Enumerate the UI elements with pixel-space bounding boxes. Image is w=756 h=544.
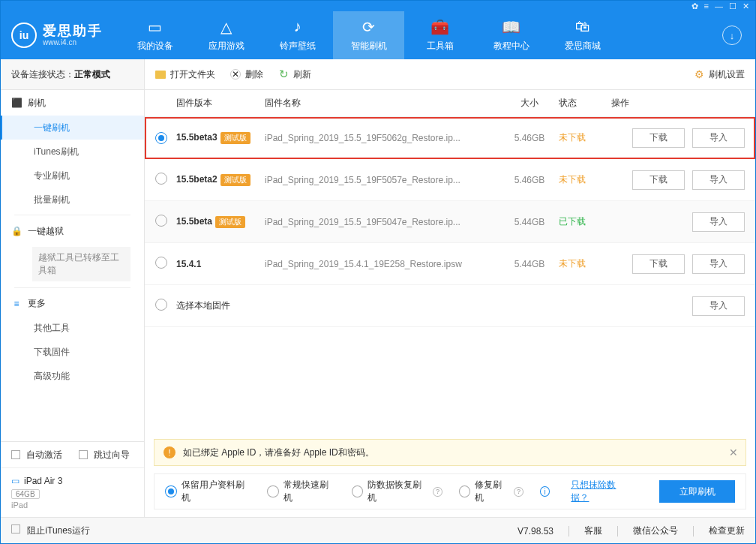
sidebar-section-head[interactable]: 🔒一键越狱 (1, 218, 144, 244)
nav-label: 教程中心 (494, 40, 530, 53)
flash-radio[interactable] (267, 485, 278, 497)
flash-option-label: 保留用户资料刷机 (182, 479, 251, 504)
firmware-name: iPad_Spring_2019_15.5_19F5062g_Restore.i… (265, 133, 460, 143)
col-version: 固件版本 (176, 97, 265, 110)
refresh-button[interactable]: ↻ 刷新 (278, 68, 311, 81)
gear-icon: ⚙ (694, 68, 704, 80)
footer: 阻止iTunes运行 V7.98.53 客服 微信公众号 检查更新 (1, 517, 755, 544)
device-block[interactable]: ▭ iPad Air 3 64GB iPad (1, 467, 144, 517)
help-icon[interactable]: ? (433, 487, 442, 497)
sidebar-item[interactable]: 下载固件 (1, 341, 144, 365)
flash-now-button[interactable]: 立即刷机 (659, 480, 735, 503)
sidebar-item[interactable]: 其他工具 (1, 317, 144, 341)
row-radio[interactable] (155, 215, 167, 227)
download-button[interactable]: 下载 (632, 128, 685, 148)
nav-item-0[interactable]: ▭我的设备 (119, 11, 190, 59)
sidebar-item[interactable]: iTunes刷机 (1, 140, 144, 164)
flash-option[interactable]: 修复刷机? (459, 479, 524, 504)
download-button[interactable]: 下载 (632, 170, 685, 190)
firmware-size: 5.46GB (514, 133, 545, 143)
nav-label: 铃声壁纸 (280, 40, 316, 53)
import-button[interactable]: 导入 (692, 170, 745, 190)
nav-label: 我的设备 (137, 40, 173, 53)
nav-item-4[interactable]: 🧰工具箱 (404, 11, 476, 59)
flash-option[interactable]: 保留用户资料刷机 (165, 479, 250, 504)
nav-item-1[interactable]: △应用游戏 (190, 11, 262, 59)
nav-icon: 🧰 (430, 19, 449, 35)
flash-radio[interactable] (352, 485, 363, 497)
flash-option[interactable]: 常规快速刷机 (267, 479, 335, 504)
table-row[interactable]: 15.5beta3测试版 iPad_Spring_2019_15.5_19F50… (145, 117, 755, 159)
firmware-status: 已下载 (559, 216, 586, 227)
header-download-button[interactable]: ↓ (715, 26, 749, 45)
firmware-name: iPad_Spring_2019_15.5_19F5047e_Restore.i… (265, 217, 460, 227)
nav-item-2[interactable]: ♪铃声壁纸 (262, 11, 333, 59)
check-update-link[interactable]: 检查更新 (709, 524, 745, 537)
table-row[interactable]: 15.5beta测试版 iPad_Spring_2019_15.5_19F504… (145, 201, 755, 243)
nav-icon: ⟳ (362, 19, 375, 35)
skip-guide-label: 跳过向导 (94, 449, 130, 461)
import-button[interactable]: 导入 (692, 128, 745, 148)
maximize-icon[interactable]: ☐ (729, 2, 736, 11)
erase-data-link[interactable]: 只想抹除数据？ (571, 479, 632, 504)
block-itunes-option[interactable]: 阻止iTunes运行 (11, 524, 90, 537)
device-name: ▭ iPad Air 3 (11, 476, 134, 486)
firmware-version: 15.5beta3 (176, 132, 218, 143)
menu-icon[interactable]: ≡ (704, 2, 709, 11)
flash-option-label: 防数据恢复刷机 (368, 479, 428, 504)
table-row[interactable]: 15.4.1 iPad_Spring_2019_15.4.1_19E258_Re… (145, 243, 755, 285)
settings-icon[interactable]: ✿ (692, 2, 698, 11)
device-type: iPad (11, 500, 134, 509)
sidebar-item[interactable]: 一键刷机 (1, 116, 144, 140)
sidebar: 设备连接状态： 正常模式 ⬛刷机一键刷机iTunes刷机专业刷机批量刷机🔒一键越… (1, 59, 145, 517)
folder-icon (155, 71, 166, 79)
sidebar-item[interactable]: 批量刷机 (1, 188, 144, 212)
wechat-link[interactable]: 微信公众号 (633, 524, 678, 537)
firmware-size: 5.44GB (514, 217, 545, 227)
flash-radio[interactable] (165, 485, 177, 497)
skip-guide-checkbox[interactable] (79, 450, 88, 459)
sidebar-section-head[interactable]: ⬛刷机 (1, 90, 144, 116)
nav-item-5[interactable]: 📖教程中心 (476, 11, 547, 59)
nav-icon: △ (220, 19, 232, 35)
table-row[interactable]: 选择本地固件 导入 (145, 285, 755, 327)
beta-badge: 测试版 (215, 216, 245, 228)
minimize-icon[interactable]: — (715, 2, 723, 11)
row-radio[interactable] (155, 299, 167, 311)
help-icon[interactable]: ? (514, 487, 524, 497)
sidebar-section-head[interactable]: ≡更多 (1, 291, 144, 317)
nav-item-6[interactable]: 🛍爱思商城 (547, 11, 618, 59)
flash-settings-button[interactable]: ⚙ 刷机设置 (694, 68, 745, 81)
flash-option[interactable]: 防数据恢复刷机? (352, 479, 442, 504)
close-icon[interactable]: ✕ (742, 2, 749, 11)
block-itunes-checkbox[interactable] (11, 524, 20, 533)
import-button[interactable]: 导入 (692, 212, 745, 232)
row-radio[interactable] (155, 173, 167, 185)
nav-label: 应用游戏 (208, 40, 244, 53)
table-row[interactable]: 15.5beta2测试版 iPad_Spring_2019_15.5_19F50… (145, 159, 755, 201)
open-folder-button[interactable]: 打开文件夹 (155, 68, 215, 81)
import-button[interactable]: 导入 (692, 254, 745, 274)
nav-label: 智能刷机 (351, 40, 387, 53)
row-radio[interactable] (155, 257, 167, 269)
close-notice-button[interactable]: ✕ (729, 446, 738, 458)
brand-sub: www.i4.cn (43, 39, 103, 47)
row-radio[interactable] (155, 132, 167, 144)
sidebar-item[interactable]: 专业刷机 (1, 164, 144, 188)
firmware-status: 未下载 (559, 174, 586, 185)
auto-activate-checkbox[interactable] (11, 450, 20, 459)
brand-name: 爱思助手 (43, 24, 103, 38)
import-button[interactable]: 导入 (692, 296, 745, 316)
flash-radio[interactable] (459, 485, 470, 497)
flash-option-label: 常规快速刷机 (284, 479, 335, 504)
nav-item-3[interactable]: ⟳智能刷机 (333, 11, 404, 59)
firmware-name: iPad_Spring_2019_15.5_19F5057e_Restore.i… (265, 175, 460, 185)
local-firmware-label: 选择本地固件 (176, 300, 230, 311)
sidebar-item[interactable]: 高级功能 (1, 365, 144, 389)
support-link[interactable]: 客服 (584, 524, 602, 537)
device-storage: 64GB (11, 489, 40, 499)
auto-activate-row[interactable]: 自动激活 跳过向导 (1, 442, 144, 467)
status-prefix: 设备连接状态： (11, 68, 74, 81)
download-button[interactable]: 下载 (632, 254, 685, 274)
info-icon[interactable]: i (540, 486, 550, 497)
